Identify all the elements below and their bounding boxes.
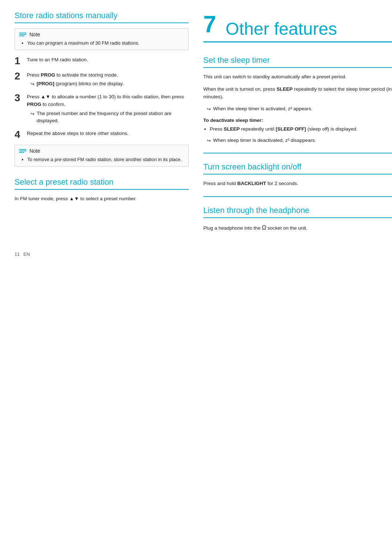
select-preset-body: In FM tuner mode, press ▲▼ to select a p… <box>15 195 189 203</box>
deactivate-list: Press SLEEP repeatedly until [SLEEP OFF]… <box>210 125 392 133</box>
divider-1 <box>203 153 392 153</box>
page-number: 11 <box>15 251 20 257</box>
sleep-bold: SLEEP <box>277 86 293 92</box>
sleep-arrow-sym-1: ↪ <box>207 106 211 113</box>
note-item-1-1: You can program a maximum of 30 FM radio… <box>27 40 184 47</box>
sleep-arrow-sym-2: ↪ <box>207 137 211 144</box>
note-header-1: Note <box>19 32 184 37</box>
sleep-off-bold: [SLEEP OFF] <box>276 126 306 132</box>
step-text-3: Press ▲▼ to allocate a number (1 to 30) … <box>27 93 189 125</box>
step3-arrow: ↪ The preset number and the frequency of… <box>30 110 189 125</box>
sleep-arrow1-text: When the sleep timer is activated, z² ap… <box>213 105 313 112</box>
note-content-2: To remove a pre-stored FM radio station,… <box>19 156 184 163</box>
step-text-1: Tune to an FM radio station. <box>27 56 189 64</box>
right-column: 7 Other features Set the sleep timer Thi… <box>203 11 392 237</box>
step-number-2: 2 <box>15 71 23 81</box>
sleep-timer-body2: When the unit is turned on, press SLEEP … <box>203 85 392 101</box>
store-stations-title: Store radio stations manually <box>15 11 189 23</box>
chapter-number: 7 <box>203 11 216 38</box>
note-box-1: Note You can program a maximum of 30 FM … <box>15 28 189 50</box>
divider-2 <box>203 196 392 197</box>
note-icon-1 <box>19 33 26 36</box>
note-item-2-1: To remove a pre-stored FM radio station,… <box>27 156 184 163</box>
headphone-icon: Ω <box>262 223 266 233</box>
step-number-4: 4 <box>15 130 23 140</box>
note-label-1: Note <box>29 32 40 37</box>
step-3: 3 Press ▲▼ to allocate a number (1 to 30… <box>15 93 189 125</box>
page-footer: 11 EN <box>15 251 377 257</box>
sleep-bold-2: SLEEP <box>224 126 240 132</box>
note-header-2: Note <box>19 148 184 154</box>
deactivate-item-1: Press SLEEP repeatedly until [SLEEP OFF]… <box>210 125 392 133</box>
note-box-2: Note To remove a pre-stored FM radio sta… <box>15 145 189 167</box>
step2-arrow-text: [PROG] (program) blinks on the display. <box>37 80 124 87</box>
prog-bold-2: PROG <box>27 102 41 107</box>
page-container: Store radio stations manually Note You c… <box>15 11 377 237</box>
left-column: Store radio stations manually Note You c… <box>15 11 189 237</box>
backlight-body: Press and hold BACKLIGHT for 2 seconds. <box>203 180 392 188</box>
note-content-1: You can program a maximum of 30 FM radio… <box>19 40 184 47</box>
sleep-arrow2: ↪ When sleep timer is deactivated, z² di… <box>207 137 392 144</box>
backlight-bold: BACKLIGHT <box>237 181 266 186</box>
sleep-timer-body1: This unit can switch to standby automati… <box>203 73 392 81</box>
step-number-1: 1 <box>15 56 23 66</box>
select-preset-title: Select a preset radio station <box>15 177 189 190</box>
step-4: 4 Repeat the above steps to store other … <box>15 130 189 140</box>
step-1: 1 Tune to an FM radio station. <box>15 56 189 66</box>
step-text-2: Press PROG to activate the storing mode.… <box>27 71 189 88</box>
step-number-3: 3 <box>15 93 23 103</box>
sleep-arrow2-text: When sleep timer is deactivated, z² disa… <box>213 137 316 144</box>
sleep-arrow1: ↪ When the sleep timer is activated, z² … <box>207 105 392 113</box>
arrow-sym-1: ↪ <box>30 81 34 88</box>
step2-arrow: ↪ [PROG] (program) blinks on the display… <box>30 80 189 88</box>
sleep-timer-title: Set the sleep timer <box>203 56 392 68</box>
backlight-title: Turn screen backlight on/off <box>203 162 392 175</box>
headphone-body: Plug a headphone into the Ω socket on th… <box>203 223 392 233</box>
headphone-title: Listen through the headphone <box>203 206 392 218</box>
step-text-4: Repeat the above steps to store other st… <box>27 130 189 138</box>
step-2: 2 Press PROG to activate the storing mod… <box>15 71 189 88</box>
page-lang: EN <box>23 251 30 257</box>
step3-arrow-text: The preset number and the frequency of t… <box>37 110 189 125</box>
deactivate-label: To deactivate sleep timer: <box>203 118 392 123</box>
arrow-sym-2: ↪ <box>30 110 34 118</box>
note-label-2: Note <box>29 148 40 154</box>
chapter-title: Other features <box>226 20 337 38</box>
prog-bold-1: PROG <box>41 72 55 78</box>
note-icon-2 <box>19 149 26 153</box>
